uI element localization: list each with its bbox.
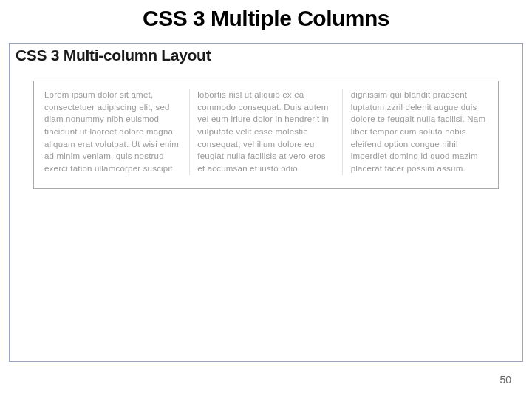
slide: CSS 3 Multiple Columns CSS 3 Multi-colum… [0,0,532,399]
slide-title: CSS 3 Multiple Columns [0,6,532,31]
slide-subtitle: CSS 3 Multi-column Layout [16,47,516,64]
columns-body-text: Lorem ipsum dolor sit amet, consectetuer… [44,89,488,175]
columns-frame: Lorem ipsum dolor sit amet, consectetuer… [33,81,499,189]
content-panel: CSS 3 Multi-column Layout Lorem ipsum do… [9,43,523,362]
page-number: 50 [499,374,511,386]
